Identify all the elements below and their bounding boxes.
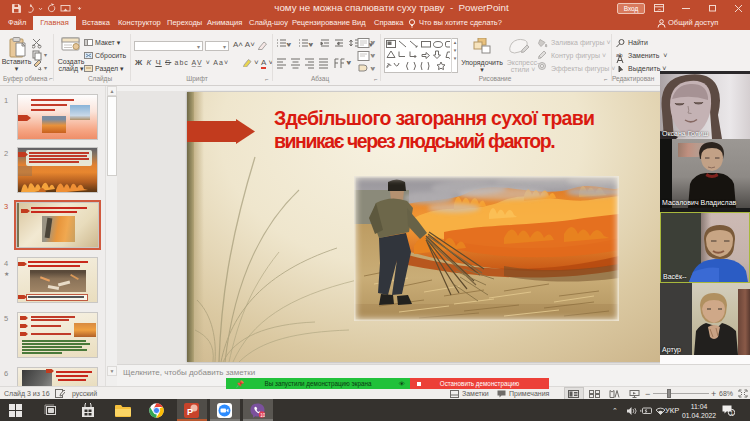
svg-text:˅: ˅ [347,60,351,66]
svg-text:P: P [187,407,193,417]
svg-text:˅: ˅ [309,42,313,48]
svg-text:10: 10 [260,413,265,418]
svg-text:˅: ˅ [371,66,375,72]
svg-text:▾: ▾ [44,65,47,71]
svg-text:˅: ˅ [371,40,375,46]
svg-text:ab: ab [616,52,623,58]
svg-text:1: 1 [730,410,733,416]
svg-text:˅: ˅ [371,53,375,59]
svg-text:˅: ˅ [287,42,291,48]
svg-text:▾: ▾ [44,52,47,58]
